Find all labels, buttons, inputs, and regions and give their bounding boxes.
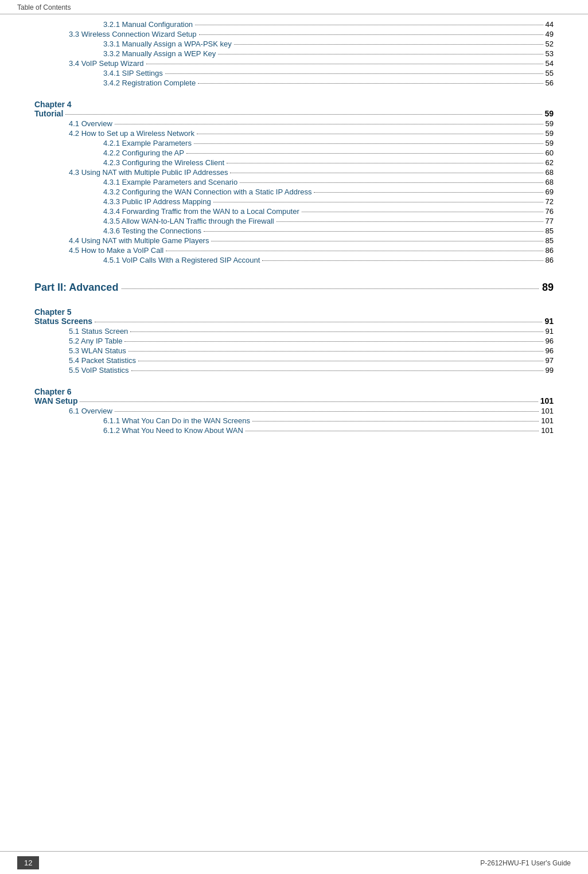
chapter5-title-dots bbox=[95, 322, 542, 322]
chapter4-title-row: Tutorial 59 bbox=[34, 109, 554, 118]
toc-entry-dots bbox=[124, 341, 543, 342]
toc-entry-page: 97 bbox=[546, 356, 554, 365]
toc-entry-dots bbox=[138, 361, 543, 361]
toc-entry-page: 101 bbox=[541, 426, 554, 435]
toc-entry-text: 3.2.1 Manual Configuration bbox=[103, 20, 193, 29]
chapter5-title-text: Status Screens bbox=[34, 317, 92, 326]
toc-entry-text: 6.1.1 What You Can Do in the WAN Screens bbox=[103, 416, 250, 425]
toc-entry: 4.3.3 Public IP Address Mapping72 bbox=[103, 197, 554, 206]
toc-entry: 3.4.1 SIP Settings55 bbox=[103, 69, 554, 77]
toc-entry: 6.1 Overview101 bbox=[69, 407, 554, 415]
toc-entry-dots bbox=[115, 124, 543, 124]
toc-entry: 4.3.1 Example Parameters and Scenario68 bbox=[103, 178, 554, 186]
toc-entry-text: 4.5.1 VoIP Calls With a Registered SIP A… bbox=[103, 256, 260, 264]
toc-entry-text: 5.2 Any IP Table bbox=[69, 337, 122, 345]
toc-entry-text: 4.3.4 Forwarding Traffic from the WAN to… bbox=[103, 207, 299, 216]
toc-entry-dots bbox=[213, 202, 543, 202]
page-footer: 12 P-2612HWU-F1 User's Guide bbox=[0, 851, 588, 874]
toc-entry-dots bbox=[166, 251, 543, 251]
toc-entry-page: 69 bbox=[546, 188, 554, 196]
toc-entry-text: 6.1.2 What You Need to Know About WAN bbox=[103, 426, 243, 435]
part2-text: Part II: Advanced bbox=[34, 282, 118, 294]
toc-entry-page: 68 bbox=[546, 168, 554, 177]
toc-entry: 4.4 Using NAT with Multiple Game Players… bbox=[69, 236, 554, 245]
toc-entry-dots bbox=[130, 331, 543, 332]
toc-entry-dots bbox=[198, 83, 543, 84]
chapter4-title-dots bbox=[65, 114, 542, 115]
toc-entry-text: 4.3.2 Configuring the WAN Connection wit… bbox=[103, 188, 311, 196]
toc-entry-page: 55 bbox=[546, 69, 554, 77]
toc-entry-text: 3.3.2 Manually Assign a WEP Key bbox=[103, 49, 216, 58]
toc-entry-dots bbox=[234, 44, 543, 45]
chapter5-entries: 5.1 Status Screen915.2 Any IP Table965.3… bbox=[34, 327, 554, 374]
toc-entry-text: 3.3 Wireless Connection Wizard Setup bbox=[69, 30, 197, 38]
toc-entry-page: 68 bbox=[546, 178, 554, 186]
toc-entry: 3.3.2 Manually Assign a WEP Key53 bbox=[103, 49, 554, 58]
toc-entry-page: 96 bbox=[546, 337, 554, 345]
toc-entry-dots bbox=[211, 241, 543, 241]
toc-entry: 6.1.2 What You Need to Know About WAN101 bbox=[103, 426, 554, 435]
toc-entry: 3.4 VoIP Setup Wizard54 bbox=[69, 59, 554, 68]
toc-entry-text: 4.3.5 Allow WAN-to-LAN Traffic through t… bbox=[103, 217, 274, 225]
pre-chapter4-entries: 3.2.1 Manual Configuration443.3 Wireless… bbox=[34, 20, 554, 87]
chapter5-title-page: 91 bbox=[544, 317, 554, 326]
toc-entry: 4.3.5 Allow WAN-to-LAN Traffic through t… bbox=[103, 217, 554, 225]
toc-entry-text: 4.2 How to Set up a Wireless Network bbox=[69, 129, 194, 138]
toc-entry-page: 52 bbox=[546, 40, 554, 48]
toc-entry-dots bbox=[115, 411, 539, 412]
toc-entry-text: 4.5 How to Make a VoIP Call bbox=[69, 246, 163, 255]
toc-entry: 3.4.2 Registration Complete56 bbox=[103, 79, 554, 87]
toc-entry-text: 3.4.2 Registration Complete bbox=[103, 79, 196, 87]
footer-page-number: 12 bbox=[17, 856, 39, 869]
toc-entry-text: 4.1 Overview bbox=[69, 119, 112, 128]
toc-entry: 5.1 Status Screen91 bbox=[69, 327, 554, 335]
toc-entry: 4.5.1 VoIP Calls With a Registered SIP A… bbox=[103, 256, 554, 264]
toc-entry: 5.2 Any IP Table96 bbox=[69, 337, 554, 345]
toc-entry-dots bbox=[186, 153, 543, 154]
toc-entry: 6.1.1 What You Can Do in the WAN Screens… bbox=[103, 416, 554, 425]
toc-entry-text: 4.4 Using NAT with Multiple Game Players bbox=[69, 236, 209, 245]
chapter6-entries: 6.1 Overview1016.1.1 What You Can Do in … bbox=[34, 407, 554, 435]
toc-entry-text: 3.3.1 Manually Assign a WPA-PSK key bbox=[103, 40, 232, 48]
toc-entry-text: 5.3 WLAN Status bbox=[69, 346, 126, 355]
toc-entry: 4.3.4 Forwarding Traffic from the WAN to… bbox=[103, 207, 554, 216]
chapter6-header: Chapter 6 bbox=[34, 387, 554, 396]
toc-entry-page: 53 bbox=[546, 49, 554, 58]
toc-entry-dots bbox=[252, 421, 539, 422]
toc-entry-page: 85 bbox=[546, 227, 554, 235]
chapter5-header: Chapter 5 bbox=[34, 307, 554, 317]
toc-entry-page: 85 bbox=[546, 236, 554, 245]
toc-entry-page: 59 bbox=[546, 139, 554, 147]
toc-entry-text: 4.2.2 Configuring the AP bbox=[103, 149, 184, 157]
toc-entry-dots bbox=[240, 182, 543, 183]
toc-entry-text: 6.1 Overview bbox=[69, 407, 112, 415]
toc-entry-text: 3.4.1 SIP Settings bbox=[103, 69, 163, 77]
part2-dots bbox=[122, 288, 539, 289]
toc-entry-dots bbox=[246, 431, 539, 431]
toc-entry-dots bbox=[131, 370, 543, 371]
toc-entry-page: 62 bbox=[546, 158, 554, 167]
toc-entry-dots bbox=[227, 163, 543, 163]
page-header: Table of Contents bbox=[0, 0, 588, 14]
toc-entry-page: 96 bbox=[546, 346, 554, 355]
toc-entry-dots bbox=[302, 212, 543, 212]
part2-page: 89 bbox=[542, 282, 554, 294]
toc-entry-page: 77 bbox=[546, 217, 554, 225]
toc-entry: 4.2.2 Configuring the AP60 bbox=[103, 149, 554, 157]
toc-entry: 4.1 Overview59 bbox=[69, 119, 554, 128]
toc-entry: 4.2 How to Set up a Wireless Network59 bbox=[69, 129, 554, 138]
toc-entry: 3.2.1 Manual Configuration44 bbox=[103, 20, 554, 29]
chapter4-entries: 4.1 Overview594.2 How to Set up a Wirele… bbox=[34, 119, 554, 264]
toc-entry-text: 4.3.3 Public IP Address Mapping bbox=[103, 197, 211, 206]
toc-entry-page: 101 bbox=[541, 416, 554, 425]
toc-entry-dots bbox=[199, 34, 543, 35]
toc-entry: 4.5 How to Make a VoIP Call86 bbox=[69, 246, 554, 255]
chapter6-title-dots bbox=[80, 401, 538, 402]
chapter5-title-row: Status Screens 91 bbox=[34, 317, 554, 326]
toc-entry-dots bbox=[146, 64, 543, 64]
toc-entry-text: 5.4 Packet Statistics bbox=[69, 356, 136, 365]
toc-entry: 5.3 WLAN Status96 bbox=[69, 346, 554, 355]
toc-entry-page: 101 bbox=[541, 407, 554, 415]
toc-entry: 4.3 Using NAT with Multiple Public IP Ad… bbox=[69, 168, 554, 177]
toc-entry-page: 59 bbox=[546, 129, 554, 138]
